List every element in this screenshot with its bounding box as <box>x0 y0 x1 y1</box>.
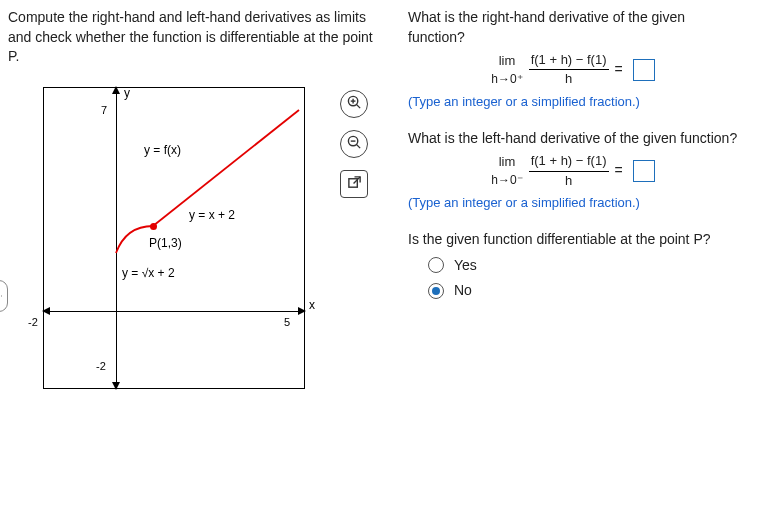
frac-numerator: f(1 + h) − f(1) <box>529 51 609 70</box>
lh-approach: h→0⁻ <box>491 172 522 189</box>
equals-sign: = <box>615 60 623 80</box>
rh-derivative-input[interactable] <box>633 59 655 81</box>
zoom-in-button[interactable] <box>340 90 368 118</box>
radio-yes[interactable] <box>428 257 444 273</box>
xtick-neg: -2 <box>28 316 38 328</box>
lh-derivative-input[interactable] <box>633 160 655 182</box>
popout-icon <box>347 175 362 193</box>
radio-no-row[interactable]: No <box>428 281 738 301</box>
ytick-pos: 7 <box>101 104 107 116</box>
sqrt-eq-label: y = √x + 2 <box>122 266 175 280</box>
option-no-label: No <box>454 281 472 301</box>
point-p-label: P(1,3) <box>149 236 182 250</box>
option-yes-label: Yes <box>454 256 477 276</box>
graph-container: y x y = f(x) y = x + 2 P(1,3) y = √x + 2… <box>8 77 378 389</box>
function-graph: y x y = f(x) y = x + 2 P(1,3) y = √x + 2… <box>43 87 305 389</box>
format-note-2: (Type an integer or a simplified fractio… <box>408 194 738 212</box>
problem-prompt: Compute the right-hand and left-hand der… <box>8 8 378 67</box>
frac-denominator: h <box>563 70 574 88</box>
rh-limit-expression: lim h→0⁺ f(1 + h) − f(1) h = <box>408 51 738 88</box>
ytick-neg: -2 <box>96 360 106 372</box>
lim-label: lim <box>499 52 516 71</box>
xtick-pos: 5 <box>284 316 290 328</box>
more-handle[interactable]: ⋮ <box>0 280 8 312</box>
zoom-in-icon <box>347 95 362 113</box>
popup-button[interactable] <box>340 170 368 198</box>
line-eq-label: y = x + 2 <box>189 208 235 222</box>
rh-approach: h→0⁺ <box>491 71 522 88</box>
svg-line-1 <box>356 104 360 108</box>
graph-tools <box>340 90 368 198</box>
lim-label-2: lim <box>499 153 516 172</box>
fx-label: y = f(x) <box>144 143 181 157</box>
q1-text: What is the right-hand derivative of the… <box>408 8 738 47</box>
question-lh-derivative: What is the left-hand derivative of the … <box>408 129 738 212</box>
y-axis-label: y <box>124 86 130 100</box>
q3-text: Is the given function differentiable at … <box>408 230 738 250</box>
difference-quotient: f(1 + h) − f(1) h <box>529 51 609 88</box>
lh-limit-expression: lim h→0⁻ f(1 + h) − f(1) h = <box>408 152 738 189</box>
zoom-out-button[interactable] <box>340 130 368 158</box>
frac-numerator-2: f(1 + h) − f(1) <box>529 152 609 171</box>
radio-yes-row[interactable]: Yes <box>428 256 738 276</box>
radio-no[interactable] <box>428 283 444 299</box>
question-rh-derivative: What is the right-hand derivative of the… <box>408 8 738 111</box>
frac-denominator-2: h <box>563 172 574 190</box>
zoom-out-icon <box>347 135 362 153</box>
q2-text: What is the left-hand derivative of the … <box>408 129 738 149</box>
svg-line-5 <box>356 144 360 148</box>
equals-sign-2: = <box>615 161 623 181</box>
question-differentiable: Is the given function differentiable at … <box>408 230 738 301</box>
format-note-1: (Type an integer or a simplified fractio… <box>408 93 738 111</box>
point-p <box>150 223 157 230</box>
x-axis-label: x <box>309 298 315 312</box>
difference-quotient-2: f(1 + h) − f(1) h <box>529 152 609 189</box>
